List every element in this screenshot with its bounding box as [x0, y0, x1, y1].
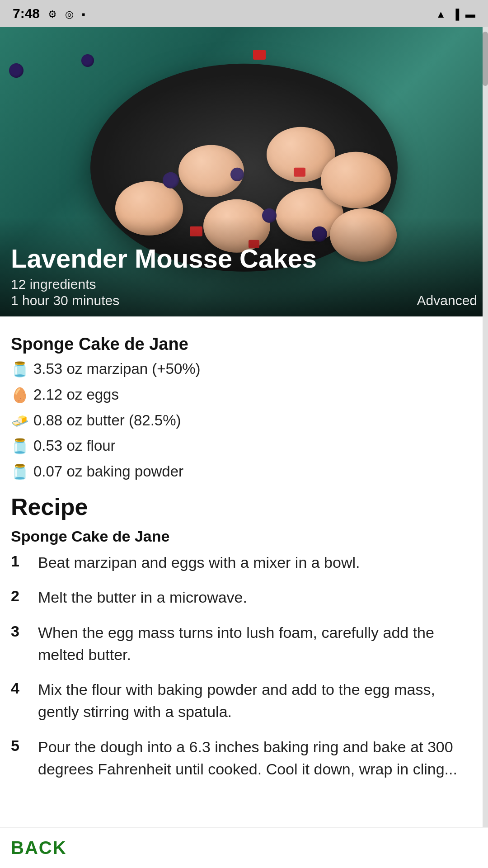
- recipe-subsection-title: Sponge Cake de Jane: [11, 528, 477, 545]
- recipe-step: 3 When the egg mass turns into lush foam…: [11, 622, 477, 666]
- ingredient-item: 🫙 0.07 oz baking powder: [11, 461, 477, 482]
- berry-outside: [81, 54, 94, 67]
- mousse-cake: [267, 127, 335, 182]
- recipe-step: 4 Mix the flour with baking powder and a…: [11, 679, 477, 723]
- step-number: 1: [11, 552, 27, 570]
- status-bar-right: [436, 6, 475, 21]
- status-bar-left: 7:48: [13, 6, 85, 21]
- step-number: 5: [11, 736, 27, 755]
- recipe-step: 5 Pour the dough into a 6.3 inches bakin…: [11, 736, 477, 781]
- cranberry: [294, 168, 305, 177]
- ingredient-icon: 🫙: [11, 436, 29, 457]
- mousse-cake: [321, 152, 391, 208]
- blueberry: [163, 172, 179, 189]
- gear-icon: [48, 6, 57, 21]
- berry-outside: [9, 63, 23, 78]
- signal-icon: [452, 6, 459, 21]
- bottom-bar: BACK: [0, 827, 488, 868]
- step-text: When the egg mass turns into lush foam, …: [38, 622, 477, 666]
- recipe-difficulty: Advanced: [417, 293, 477, 308]
- recipe-title: Lavender Mousse Cakes: [11, 244, 477, 273]
- card-icon: [82, 6, 85, 21]
- ingredients-section-title: Sponge Cake de Jane: [11, 335, 477, 354]
- ingredient-text: 0.53 oz flour: [33, 435, 477, 456]
- ingredients-list: 🫙 3.53 oz marzipan (+50%) 🥚 2.12 oz eggs…: [11, 359, 477, 482]
- recipe-section-heading: Recipe: [11, 493, 477, 520]
- ingredient-text: 3.53 oz marzipan (+50%): [33, 359, 477, 379]
- step-number: 4: [11, 679, 27, 697]
- step-number: 3: [11, 622, 27, 640]
- ingredient-item: 🧈 0.88 oz butter (82.5%): [11, 410, 477, 431]
- recipe-meta-left: 12 ingredients 1 hour 30 minutes: [11, 277, 119, 308]
- ingredient-item: 🫙 0.53 oz flour: [11, 435, 477, 457]
- ingredient-icon: 🧈: [11, 411, 29, 431]
- recipe-step: 2 Melt the butter in a microwave.: [11, 586, 477, 609]
- battery-icon: [465, 6, 475, 21]
- step-text: Mix the flour with baking powder and add…: [38, 679, 477, 723]
- ingredient-text: 0.88 oz butter (82.5%): [33, 410, 477, 431]
- scrollbar[interactable]: [483, 27, 488, 868]
- status-time: 7:48: [13, 6, 40, 21]
- ingredients-count: 12 ingredients: [11, 277, 119, 292]
- ingredient-item: 🥚 2.12 oz eggs: [11, 384, 477, 406]
- recipe-time: 1 hour 30 minutes: [11, 293, 119, 308]
- ingredient-icon: 🫙: [11, 359, 29, 380]
- recipe-step: 1 Beat marzipan and eggs with a mixer in…: [11, 552, 477, 574]
- recipe-steps-list: 1 Beat marzipan and eggs with a mixer in…: [11, 552, 477, 780]
- circle-icon: [65, 6, 74, 21]
- step-text: Beat marzipan and eggs with a mixer in a…: [38, 552, 477, 574]
- step-text: Melt the butter in a microwave.: [38, 586, 477, 609]
- wifi-icon: [436, 6, 446, 21]
- hero-overlay: Lavender Mousse Cakes 12 ingredients 1 h…: [0, 217, 488, 316]
- ingredient-item: 🫙 3.53 oz marzipan (+50%): [11, 359, 477, 380]
- hero-section: Lavender Mousse Cakes 12 ingredients 1 h…: [0, 27, 488, 316]
- ingredient-icon: 🫙: [11, 462, 29, 482]
- mousse-cake: [178, 145, 244, 197]
- blueberry: [230, 168, 244, 181]
- berry-outside: [253, 50, 266, 60]
- status-bar: 7:48: [0, 0, 488, 27]
- back-button[interactable]: BACK: [11, 838, 67, 858]
- step-text: Pour the dough into a 6.3 inches baking …: [38, 736, 477, 781]
- step-number: 2: [11, 586, 27, 605]
- ingredient-text: 0.07 oz baking powder: [33, 461, 477, 482]
- ingredient-icon: 🥚: [11, 385, 29, 406]
- recipe-section: Recipe Sponge Cake de Jane 1 Beat marzip…: [11, 493, 477, 780]
- content-area: Sponge Cake de Jane 🫙 3.53 oz marzipan (…: [0, 316, 488, 847]
- recipe-meta-row: 12 ingredients 1 hour 30 minutes Advance…: [11, 277, 477, 308]
- scrollbar-thumb[interactable]: [483, 32, 488, 86]
- ingredient-text: 2.12 oz eggs: [33, 384, 477, 405]
